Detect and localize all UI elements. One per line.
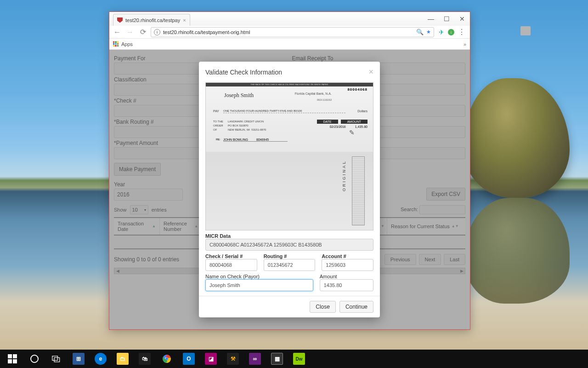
taskbar-dw[interactable]: Dw [288, 350, 310, 368]
check-pay-label: PAY [213, 109, 219, 113]
apps-icon[interactable] [113, 41, 119, 47]
check-image: THE FACE OF THIS CHECK HAS A COLORED BAC… [205, 82, 373, 230]
bookmarks-bar: Apps » [109, 39, 470, 50]
check-dollars: Dollars [357, 109, 368, 113]
search-in-omnibox-icon[interactable]: 🔍 [416, 29, 424, 35]
taskbar-vs[interactable]: ∞ [244, 350, 266, 368]
check-code: 063-116192 [317, 98, 332, 101]
task-view-icon[interactable] [46, 350, 67, 368]
tab-title: test20.rhinofit.ca/testpay [125, 17, 180, 23]
taskbar-app-3[interactable]: ⚒ [222, 350, 243, 368]
taskbar-explorer[interactable]: 🗀 [112, 350, 133, 368]
input-account[interactable] [322, 259, 373, 271]
chrome-user-icon[interactable] [520, 26, 531, 35]
window-close-button[interactable]: ✕ [454, 12, 470, 26]
check-re-label: RE: [216, 138, 220, 141]
svg-rect-3 [13, 359, 17, 363]
check-original-stamp: ORIGINAL [342, 160, 346, 191]
input-amount[interactable] [320, 279, 373, 291]
window-minimize-button[interactable]: — [423, 12, 439, 26]
nav-forward-button[interactable]: → [125, 28, 135, 36]
check-payee: LANDMARK CREDIT UNION PO BOX 510870 NEW … [228, 120, 266, 132]
modal-close-icon[interactable]: × [368, 67, 373, 77]
svg-point-4 [31, 355, 38, 362]
modal-close-button[interactable]: Close [310, 301, 336, 313]
taskbar-store[interactable]: 🛍 [134, 350, 155, 368]
svg-rect-2 [8, 359, 12, 363]
label-amount: Amount [320, 274, 373, 279]
check-re-name: JOHN BOWLING [223, 138, 288, 142]
taskbar-calc[interactable]: ▦ [266, 350, 288, 368]
taskbar-edge[interactable]: e [90, 350, 111, 368]
chrome-menu-icon[interactable]: ⋮ [458, 30, 465, 34]
check-ruler [352, 156, 365, 225]
label-check-serial: Check / Serial # [205, 253, 257, 259]
site-info-icon[interactable]: i [154, 29, 160, 35]
bookmark-star-icon[interactable]: ★ [426, 29, 431, 35]
label-name-on-check: Name on Check (Payor) [205, 274, 313, 279]
cortana-icon[interactable] [24, 350, 45, 368]
check-amount-words: ONE THOUSAND FOUR-HUNDRED-THIRTY-FIVE AN… [223, 109, 345, 113]
svg-point-9 [165, 357, 168, 360]
taskbar-app-2[interactable]: ◪ [200, 350, 221, 368]
omnibox[interactable]: i test20.rhinofit.ca/testpayment-orig.ht… [151, 27, 434, 37]
favicon-icon [117, 17, 123, 23]
window-maximize-button[interactable]: ☐ [439, 12, 454, 26]
input-micr [205, 239, 373, 251]
svg-rect-1 [13, 354, 17, 358]
url-text: test20.rhinofit.ca/testpayment-orig.html [163, 29, 250, 35]
check-toorder: TO THE ORDER OF [213, 120, 223, 132]
label-micr: MICR Data [205, 233, 373, 239]
label-account: Account # [322, 253, 373, 259]
nav-back-button[interactable]: ← [112, 28, 122, 36]
taskbar-app-1[interactable]: ⊞ [68, 350, 89, 368]
check-bank: Florida Capital Bank, N.A. [294, 92, 332, 95]
modal-continue-button[interactable]: Continue [339, 301, 373, 313]
svg-rect-6 [54, 358, 60, 362]
nav-reload-button[interactable]: ⟳ [138, 28, 148, 36]
check-signature: ✎ [349, 129, 355, 137]
browser-tab[interactable]: test20.rhinofit.ca/testpay × [113, 14, 190, 26]
check-payor: Joseph Smith [224, 92, 254, 99]
check-banner: THE FACE OF THIS CHECK HAS A COLORED BAC… [206, 83, 373, 86]
svg-rect-5 [52, 356, 58, 360]
taskbar-chrome[interactable] [156, 350, 177, 368]
label-routing: Routing # [264, 253, 316, 259]
modal-title: Validate Check Information [205, 69, 282, 76]
tab-close-icon[interactable]: × [183, 17, 186, 23]
check-re-num: 8046945 [256, 138, 269, 141]
validate-check-modal: Validate Check Information × THE FACE OF… [199, 62, 380, 317]
input-name-on-check[interactable] [205, 279, 313, 291]
svg-rect-0 [8, 354, 12, 358]
windows-taskbar: ⊞ e 🗀 🛍 O ◪ ⚒ ∞ ▦ Dw [0, 350, 588, 368]
input-routing[interactable] [264, 259, 316, 271]
check-number: 80004068 [347, 87, 368, 92]
address-bar: ← → ⟳ i test20.rhinofit.ca/testpayment-o… [109, 26, 470, 39]
extension-icon-2[interactable]: ↓ [448, 29, 454, 35]
start-button[interactable] [2, 350, 23, 368]
extension-icon-1[interactable]: ✈ [439, 29, 444, 36]
window-titlebar: test20.rhinofit.ca/testpay × — ☐ ✕ [109, 12, 470, 26]
apps-label[interactable]: Apps [121, 41, 133, 47]
taskbar-outlook[interactable]: O [178, 350, 199, 368]
input-check-serial[interactable] [205, 259, 257, 271]
